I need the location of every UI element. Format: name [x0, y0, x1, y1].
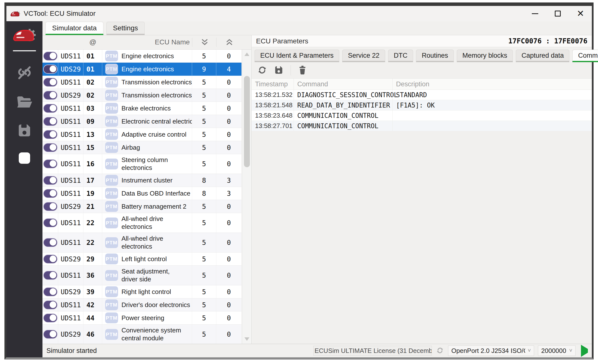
start-button[interactable] — [581, 349, 588, 353]
maximize-button[interactable] — [546, 6, 569, 21]
ecu-enabled-toggle[interactable] — [43, 159, 58, 168]
ecu-enabled-toggle[interactable] — [43, 271, 58, 280]
ecu-count-captured: 0 — [216, 266, 241, 285]
ecu-count-supported: 9 — [192, 63, 216, 75]
refresh-button[interactable] — [258, 65, 267, 75]
open-file-button[interactable] — [16, 95, 33, 109]
ecu-enabled-toggle[interactable] — [43, 300, 58, 309]
device-select[interactable]: OpenPort 2.0 J2534 ISO/CAN/ ˅ — [448, 346, 534, 356]
stop-simulator-button[interactable] — [18, 152, 31, 164]
ecu-name: All-wheel drive electronics — [121, 235, 186, 250]
ecu-table-row[interactable]: UDS11 03 PTM Brake electronics 5 0 — [42, 102, 241, 115]
toggle-knob — [50, 92, 56, 98]
ecu-enabled-toggle[interactable] — [43, 104, 58, 113]
ecu-enabled-toggle[interactable] — [43, 78, 58, 87]
ecu-table-row[interactable]: UDS29 46 PTM Convenience system central … — [42, 325, 241, 344]
scroll-down-arrow-icon[interactable] — [244, 337, 249, 341]
ecu-table-row[interactable]: UDS29 21 PTM Battery management 2 5 0 — [42, 200, 241, 213]
ecu-enabled-toggle[interactable] — [43, 313, 58, 323]
ecu-table-row[interactable]: UDS11 09 PTM Electronic central electric… — [42, 115, 241, 128]
ptm-badge: PTM — [105, 103, 118, 114]
command-timestamp: 13:58:21.548 — [252, 100, 294, 110]
save-session-button[interactable] — [17, 123, 32, 138]
ecu-address: 13 — [83, 128, 102, 141]
panel-tab-memory-blocks[interactable]: Memory blocks — [457, 50, 513, 62]
command-table-row[interactable]: 13:58:23.648 COMMUNICATION_CONTROL — [252, 110, 592, 121]
ecu-enabled-toggle[interactable] — [43, 255, 58, 264]
ecu-table-row[interactable]: UDS11 44 PTM Power steering 5 0 — [42, 311, 241, 325]
ecu-enabled-toggle[interactable] — [43, 176, 58, 185]
ecu-enabled-toggle[interactable] — [43, 52, 58, 61]
ecu-table-row[interactable]: UDS11 42 PTM Driver's door electronics 5… — [42, 298, 241, 311]
panel-tab-command-flow[interactable]: Command flow — [572, 50, 598, 62]
ecu-count-supported: 5 — [192, 325, 216, 344]
expand-all-button[interactable] — [225, 39, 234, 47]
ecu-table-row[interactable]: UDS11 17 PTM Instrument cluster 8 3 — [42, 174, 241, 187]
ecu-table-row[interactable]: UDS11 02 PTM Transmission electronics 5 … — [42, 76, 241, 89]
panel-tab-captured-data[interactable]: Captured data — [516, 50, 569, 62]
speed-select[interactable]: 2000000 ˅ — [538, 346, 576, 356]
ecu-table-row[interactable]: UDS29 29 PTM Left light control 5 0 — [42, 253, 241, 266]
ecu-table-row[interactable]: UDS11 22 PTM All-wheel drive electronics… — [42, 213, 241, 233]
minimize-button[interactable] — [524, 6, 546, 21]
ecu-enabled-toggle[interactable] — [43, 143, 58, 152]
tab-settings[interactable]: Settings — [106, 22, 145, 35]
scrollbar-thumb[interactable] — [244, 76, 250, 167]
ecu-name: Data Bus OBD Interface — [121, 190, 190, 197]
ecu-enabled-toggle[interactable] — [43, 130, 58, 139]
ecu-enabled-toggle[interactable] — [43, 330, 58, 339]
ecu-enabled-toggle[interactable] — [43, 238, 58, 247]
ecu-address: 15 — [83, 141, 102, 154]
ecu-enabled-toggle[interactable] — [43, 189, 58, 198]
command-table-row[interactable]: 13:58:21.532 DIAGNOSTIC_SESSION_CONTROL … — [252, 90, 592, 100]
license-field[interactable]: ECUSim ULTIMATE License (31 December 202… — [313, 346, 432, 356]
ecu-address: 46 — [83, 325, 102, 344]
ecu-table-row[interactable]: UDS11 22 PTM All-wheel drive electronics… — [42, 233, 241, 253]
close-icon: ✕ — [577, 9, 584, 18]
save-log-button[interactable] — [274, 66, 283, 75]
ecu-count-supported: 5 — [192, 311, 216, 324]
ecu-list-scrollbar[interactable] — [242, 50, 251, 344]
ecu-enabled-toggle[interactable] — [43, 202, 58, 211]
ecu-enabled-toggle[interactable] — [43, 287, 58, 296]
panel-tab-ecu-ident-parameters[interactable]: ECU Ident & Parameters — [255, 50, 339, 62]
ecu-count-captured: 0 — [216, 141, 241, 154]
ecu-enabled-toggle[interactable] — [43, 65, 58, 74]
ecu-protocol: UDS11 — [58, 76, 83, 89]
ecu-address: 21 — [83, 200, 102, 213]
panel-tab-service-22[interactable]: Service 22 — [342, 50, 385, 62]
ecu-count-captured: 0 — [216, 213, 241, 233]
ecu-table-row[interactable]: UDS11 01 PTM Engine electronics 5 0 — [42, 50, 241, 63]
clear-log-button[interactable] — [298, 65, 307, 75]
toolbar-separator — [291, 65, 291, 75]
toggle-knob — [50, 219, 56, 226]
disconnect-button[interactable] — [16, 64, 33, 81]
ecu-enabled-toggle[interactable] — [43, 91, 58, 100]
play-icon — [581, 345, 588, 357]
ecu-table-row[interactable]: UDS29 02 PTM Transmission electronics 5 … — [42, 89, 241, 102]
ecu-protocol: UDS29 — [58, 89, 83, 102]
ecu-table-row[interactable]: UDS29 39 PTM Right light control 5 0 — [42, 285, 241, 298]
ecu-table-row[interactable]: UDS11 13 PTM Adaptive cruise control 5 0 — [42, 128, 241, 141]
stop-icon — [18, 152, 31, 164]
chevron-down-icon: ˅ — [567, 347, 572, 354]
ecu-enabled-toggle[interactable] — [43, 117, 58, 126]
command-table-row[interactable]: 13:58:27.701 COMMUNICATION_CONTROL — [252, 121, 592, 131]
ecu-table-row[interactable]: UDS11 19 PTM Data Bus OBD Interface 8 3 — [42, 187, 241, 200]
ecu-table-row[interactable]: UDS29 01 PTM Engine electronics 9 4 — [42, 63, 241, 76]
ecu-table-row[interactable]: UDS11 16 PTM Steering column electronics… — [42, 154, 241, 174]
panel-tab-routines[interactable]: Routines — [416, 50, 454, 62]
ecu-enabled-toggle[interactable] — [43, 218, 58, 227]
panel-tab-dtc[interactable]: DTC — [388, 50, 413, 62]
close-button[interactable]: ✕ — [569, 6, 592, 21]
ecu-address: 17 — [83, 174, 102, 187]
ecu-table-row[interactable]: UDS11 36 PTM Seat adjustment, driver sid… — [42, 266, 241, 285]
collapse-all-button[interactable] — [200, 39, 209, 47]
tab-simulator-data[interactable]: Simulator data — [45, 22, 103, 35]
scroll-up-arrow-icon[interactable] — [244, 53, 249, 56]
chevron-down-icon: ˅ — [525, 347, 531, 354]
ecu-table-row[interactable]: UDS11 15 PTM Airbag 5 0 — [42, 141, 241, 154]
command-table-row[interactable]: 13:58:21.548 READ_DATA_BY_INDENTIFIER [F… — [252, 100, 592, 110]
device-refresh-button[interactable] — [436, 347, 444, 355]
ecu-count-supported: 8 — [192, 174, 216, 187]
